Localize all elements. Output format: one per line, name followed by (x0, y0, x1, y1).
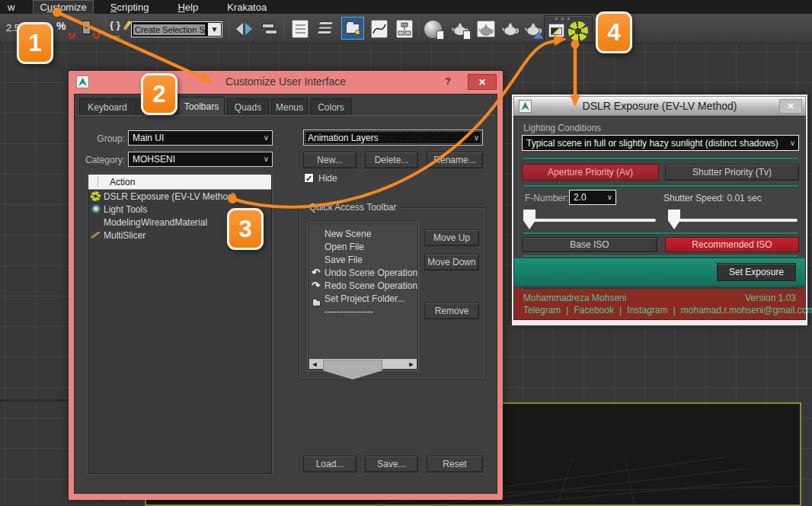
instagram-link[interactable]: Instagram (627, 305, 667, 315)
close-icon[interactable]: ✕ (779, 99, 802, 114)
sphere-glyph (424, 21, 442, 38)
shutter-speed-slider-thumb[interactable] (668, 210, 680, 229)
curve-editor-icon[interactable] (369, 18, 390, 40)
tab-toolbars[interactable]: Toolbars (178, 97, 225, 116)
delete-button[interactable]: Delete... (365, 152, 418, 168)
tab-colors[interactable]: Colors (310, 98, 352, 115)
render-setup-icon[interactable] (449, 18, 471, 40)
named-selection-combo[interactable]: Create Selection Se ▼ (131, 21, 222, 37)
facebook-link[interactable]: Facebook (574, 305, 614, 315)
save-button[interactable]: Save... (365, 456, 418, 472)
menu-label: stomize (53, 2, 87, 13)
schematic-view-icon[interactable] (394, 18, 415, 40)
teapot-glyph (478, 24, 494, 36)
base-iso-button[interactable]: Base ISO (522, 237, 657, 252)
mirror-right-glyph (245, 23, 252, 35)
combo-arrow-icon: ∨ (264, 155, 269, 163)
item-label: Save File (324, 255, 363, 265)
tab-menus[interactable]: Menus (271, 98, 308, 115)
f-number-combo[interactable]: 2.0∨ (569, 190, 616, 205)
list-item[interactable]: ---------------- (308, 305, 417, 318)
menu-item-krakatoa[interactable]: Krakatoa (221, 1, 273, 14)
combo-arrow-icon: ∨ (790, 138, 795, 146)
list-item[interactable]: ↷Redo Scene Operation (308, 279, 417, 292)
scroll-right-icon[interactable]: ► (406, 360, 417, 368)
toolbar-separator (283, 18, 284, 38)
rename-button[interactable]: Rename... (427, 152, 483, 168)
rendered-frame-window-icon[interactable] (475, 18, 497, 40)
move-down-button[interactable]: Move Down (424, 254, 479, 271)
menu-item-scripting[interactable]: Scripting (104, 1, 155, 14)
spinner-snap-icon[interactable] (79, 18, 101, 40)
combo-arrow-icon[interactable]: ▼ (208, 23, 221, 36)
horizontal-scrollbar[interactable]: ◄ ► (309, 359, 417, 369)
align-icon[interactable] (259, 18, 280, 40)
dslr-exposure-toolbar-icon[interactable] (568, 21, 588, 41)
dialog-titlebar[interactable]: Customize User Interface ? ✕ (69, 71, 503, 94)
remove-button[interactable]: Remove (424, 303, 479, 319)
move-up-button[interactable]: Move Up (424, 229, 479, 246)
shutter-speed-slider-track[interactable] (673, 219, 798, 222)
scene-explorer-icon[interactable] (289, 18, 311, 40)
percent-snap-icon[interactable]: % (55, 18, 76, 40)
list-item[interactable]: DSLR Exposure (EV-LV Method) (88, 190, 271, 203)
menu-item-partial[interactable]: w (2, 1, 21, 14)
list-item[interactable]: Save File (308, 253, 417, 266)
render-production-icon[interactable] (500, 18, 521, 40)
telegram-link[interactable]: Telegram (523, 305, 561, 315)
quick-access-list[interactable]: New Scene Open File Save File ↶Undo Scen… (308, 223, 418, 370)
set-exposure-button[interactable]: Set Exposure (717, 263, 796, 281)
magnet-glyph (93, 33, 100, 39)
image-frame-icon[interactable] (548, 24, 564, 37)
action-list-header[interactable]: Action (88, 175, 271, 190)
schematic-glyph (396, 20, 413, 38)
f-number-slider-thumb[interactable] (523, 210, 535, 229)
menu-item-help[interactable]: Help (171, 1, 204, 14)
mirror-icon[interactable] (233, 18, 254, 40)
item-label: Redo Scene Operation (324, 280, 417, 291)
menu-label: H (177, 2, 184, 13)
aperture-priority-button[interactable]: Aperture Priority (Av) (522, 164, 659, 181)
reset-button[interactable]: Reset (427, 456, 483, 472)
material-editor-icon[interactable] (422, 18, 443, 40)
category-combo[interactable]: MOHSENI∨ (128, 152, 273, 167)
toolbar-select-combo[interactable]: Animation Layers∨ (303, 130, 483, 146)
screenshot-root: w Customize Scripting Help Krakatoa 2.5 … (0, 0, 812, 506)
group-combo[interactable]: Main UI∨ (128, 130, 273, 146)
f-number-slider-track[interactable] (528, 219, 656, 222)
list-item[interactable]: Open File (308, 240, 417, 253)
menu-item-customize[interactable]: Customize (33, 0, 93, 14)
item-label: Open File (324, 242, 364, 252)
tab-quads[interactable]: Quads (227, 98, 269, 115)
layer-explorer-icon[interactable] (315, 18, 337, 40)
scrollbar-thumb[interactable] (323, 360, 382, 380)
toolbar-grip-icon[interactable] (555, 18, 570, 20)
list-item[interactable]: ↶Undo Scene Operation (308, 266, 417, 279)
dialog-titlebar[interactable]: DSLR Exposure (EV-LV Method) ✕ (513, 96, 806, 116)
lighting-conditions-combo[interactable]: Typical scene in full or slightly hazy s… (522, 135, 799, 151)
load-button[interactable]: Load... (303, 456, 356, 472)
edit-named-selections-icon[interactable]: { } ABC (109, 18, 130, 40)
scroll-left-icon[interactable]: ◄ (309, 360, 320, 368)
list-item[interactable]: Set Project Folder... (308, 292, 417, 305)
customize-ui-dialog: Customize User Interface ? ✕ Keyboard To… (69, 71, 503, 500)
tab-keyboard[interactable]: Keyboard (79, 98, 136, 115)
render-cloud-icon[interactable] (523, 18, 544, 40)
dialog-body: Lighting Conditions Typical scene in ful… (513, 116, 806, 320)
menu-label: u (47, 2, 53, 13)
email-link[interactable]: mohamad.r.mohseni@gmail.com (681, 305, 812, 315)
dialog-title: Customize User Interface (69, 75, 503, 88)
f-number-label: F-Number: (525, 193, 568, 203)
teapot-glyph (501, 22, 519, 36)
help-icon[interactable]: ? (445, 75, 451, 87)
hide-checkbox[interactable]: ✓ (304, 173, 314, 183)
shutter-speed-label: Shutter Speed: 0.01 sec (663, 193, 762, 203)
list-item[interactable]: New Scene (308, 227, 417, 240)
ribbon-toggle-icon[interactable] (341, 17, 364, 40)
custom-floating-toolbar[interactable] (544, 15, 593, 43)
toolbar-separator (418, 18, 419, 38)
recommended-iso-button[interactable]: Recommended ISO (665, 237, 799, 252)
close-icon[interactable]: ✕ (468, 74, 497, 90)
shutter-priority-button[interactable]: Shutter Priority (Tv) (665, 164, 799, 181)
new-button[interactable]: New... (303, 152, 356, 168)
